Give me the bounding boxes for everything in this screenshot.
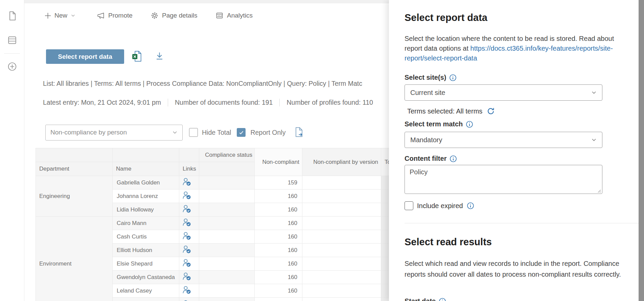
read-results-title: Select read results: [405, 236, 492, 248]
name-cell: Cash Curtis: [113, 230, 179, 244]
non-compliant-cell: 160: [255, 284, 302, 298]
person-check-icon: [182, 285, 191, 295]
non-compliant-by-version-cell: [302, 217, 381, 230]
chevron-down-icon: [71, 13, 75, 18]
list-icon[interactable]: [7, 35, 17, 47]
include-expired-label[interactable]: Include expired: [417, 202, 463, 210]
name-cell: Gabriella Golden: [113, 176, 179, 190]
download-button[interactable]: [155, 51, 164, 61]
page-details-button-label: Page details: [162, 12, 198, 19]
column-header-compliance-status[interactable]: Compliance status: [199, 148, 255, 162]
column-header-non-compliant-by-version[interactable]: Non-compliant by version: [302, 148, 381, 176]
open-report-page-button[interactable]: [294, 127, 304, 138]
new-button[interactable]: New: [45, 9, 75, 22]
include-expired-checkbox[interactable]: [405, 201, 413, 210]
term-match-dropdown[interactable]: Mandatory: [405, 132, 602, 148]
name-cell: Johanna Lorenz: [113, 190, 179, 203]
hide-total-label[interactable]: Hide Total: [202, 129, 231, 136]
report-only-label[interactable]: Report Only: [250, 129, 285, 136]
name-cell: [113, 298, 179, 301]
column-header-non-compliant[interactable]: Non-compliant: [255, 148, 302, 176]
name-cell: Elsie Shepard: [113, 257, 179, 271]
non-compliant-by-version-cell: [302, 244, 381, 257]
resize-grip-icon[interactable]: [597, 189, 601, 193]
content-filter-label-row: Content filter: [405, 155, 457, 162]
links-cell[interactable]: [179, 298, 199, 301]
compliance-status-cell: [199, 284, 255, 298]
non-compliant-cell: 159: [255, 176, 302, 190]
content-filter-info-icon[interactable]: [450, 155, 457, 162]
report-only-checkbox[interactable]: [237, 128, 246, 137]
table-row: EngineeringGabriella Golden 159: [36, 176, 389, 190]
non-compliant-by-version-cell: [302, 176, 381, 190]
chevron-down-icon: [591, 90, 597, 95]
non-compliant-by-version-cell: [302, 257, 381, 271]
download-icon: [155, 51, 164, 60]
site-dropdown-value: Current site: [410, 89, 445, 97]
page-export-icon: [294, 127, 304, 137]
select-report-data-panel: Select report data Select the location w…: [389, 0, 644, 301]
links-cell[interactable]: [179, 230, 199, 244]
non-compliant-cell: 160: [255, 230, 302, 244]
total-cell: [381, 298, 389, 301]
links-cell[interactable]: [179, 176, 199, 190]
compliance-status-cell: [199, 217, 255, 230]
report-table-container: Compliance status Non-compliant Non-comp…: [36, 148, 389, 301]
select-report-data-button[interactable]: Select report data: [46, 49, 124, 64]
latest-entry-text: Latest entry: Mon, 21 Oct 2024, 9:01 pm: [43, 99, 168, 106]
panel-divider: [405, 223, 639, 223]
links-cell[interactable]: [179, 203, 199, 217]
start-date-info-icon[interactable]: [439, 298, 446, 301]
analytics-button[interactable]: Analytics: [215, 9, 253, 22]
select-sites-label-row: Select site(s): [405, 74, 457, 81]
panel-scrollbar[interactable]: [639, 0, 644, 301]
person-check-icon: [182, 272, 191, 281]
links-cell[interactable]: [179, 284, 199, 298]
non-compliant-by-version-cell: [302, 284, 381, 298]
include-expired-row: Include expired: [405, 201, 474, 210]
include-expired-info-icon[interactable]: [467, 202, 474, 209]
hide-total-checkbox[interactable]: [189, 128, 198, 137]
compliance-status-cell: [199, 176, 255, 190]
filter-row: Non-compliance by person Hide Total Repo…: [45, 124, 304, 141]
links-cell[interactable]: [179, 271, 199, 284]
plus-icon: [45, 12, 51, 19]
read-results-text: Select which read and view records to in…: [405, 258, 630, 280]
start-date-label-row: Start date: [405, 297, 446, 301]
links-cell[interactable]: [179, 257, 199, 271]
check-icon: [238, 130, 244, 135]
excel-export-button[interactable]: [132, 51, 142, 63]
total-cell: [381, 190, 389, 203]
add-circle-icon[interactable]: [7, 61, 17, 73]
total-cell: [381, 203, 389, 217]
links-cell[interactable]: [179, 217, 199, 230]
page-icon[interactable]: [7, 11, 17, 22]
left-sidebar: [0, 0, 24, 301]
page-details-button[interactable]: Page details: [151, 9, 198, 22]
chevron-down-icon: [172, 130, 178, 135]
non-compliant-by-version-cell: [302, 203, 381, 217]
site-dropdown[interactable]: Current site: [405, 84, 602, 101]
column-header-total[interactable]: Total: [381, 148, 389, 176]
name-cell: Lidia Holloway: [113, 203, 179, 217]
report-stats-line: Latest entry: Mon, 21 Oct 2024, 9:01 pm …: [43, 97, 388, 107]
links-cell[interactable]: [179, 190, 199, 203]
column-header-links[interactable]: Links: [179, 162, 199, 176]
column-header-department[interactable]: Department: [36, 162, 113, 176]
panel-intro-text: Select the location where the content to…: [405, 34, 630, 63]
megaphone-icon: [97, 11, 105, 20]
new-button-label: New: [54, 12, 67, 19]
select-term-match-info-icon[interactable]: [466, 121, 473, 128]
app-window: New Promote Page details Analytics: [0, 0, 644, 301]
content-filter-textarea[interactable]: [405, 165, 602, 194]
term-match-dropdown-value: Mandatory: [410, 136, 442, 144]
view-selector-dropdown[interactable]: Non-compliance by person: [45, 125, 183, 141]
links-cell[interactable]: [179, 244, 199, 257]
person-check-icon: [182, 191, 191, 200]
column-header-name[interactable]: Name: [113, 162, 179, 176]
select-sites-info-icon[interactable]: [449, 74, 457, 81]
promote-button[interactable]: Promote: [97, 9, 133, 22]
excel-icon: [132, 51, 142, 62]
refresh-icon[interactable]: [486, 107, 495, 116]
select-term-match-label-row: Select term match: [405, 120, 473, 128]
